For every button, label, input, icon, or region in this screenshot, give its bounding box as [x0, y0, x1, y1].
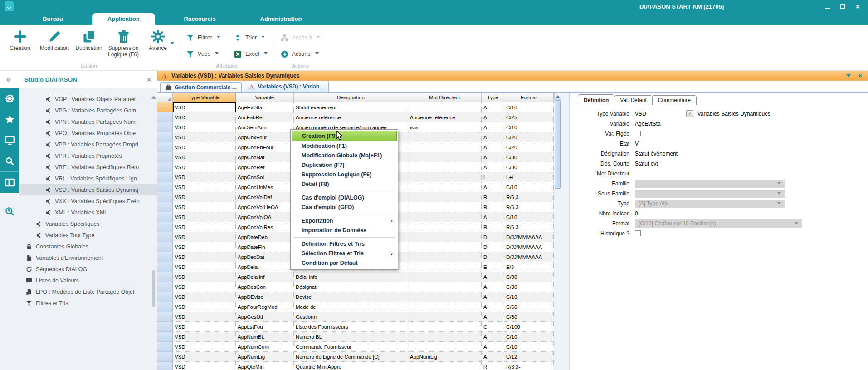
cell-format[interactable]: C/20 [504, 142, 554, 152]
cell-type-variable[interactable]: VSD [173, 302, 236, 312]
row-selector[interactable] [157, 172, 173, 182]
doc-tab-gestion-commerciale[interactable]: Gestion Commerciale ... [160, 82, 242, 92]
ribbon-button-modification[interactable]: Modification [37, 26, 72, 52]
cell-variable[interactable]: AppQteMin [236, 362, 294, 370]
dropdown-caret-icon[interactable] [264, 52, 268, 56]
tab-administration[interactable]: Administration [245, 13, 317, 25]
cell-mot-directeur[interactable] [408, 162, 482, 172]
cell-type-variable[interactable]: VSD [173, 232, 236, 242]
row-selector[interactable] [157, 142, 173, 152]
cell-variable[interactable]: AppConNat [236, 152, 294, 162]
sidebar-item-vpp[interactable]: VPP : Variables Partagées Propri [19, 139, 157, 150]
column-header-variable[interactable]: Variable [236, 92, 294, 102]
menu-item-modification-f1[interactable]: Modification (F1) [292, 141, 397, 151]
cell-type-variable[interactable]: VSD [173, 262, 236, 272]
cell-mot-directeur[interactable] [408, 222, 482, 232]
sidebar-item-variables-sp-cifiques[interactable]: Variables Spécifiques [19, 218, 157, 229]
cell-type-variable[interactable]: VSD [173, 342, 236, 352]
sidebar-item-xml[interactable]: XML : Variables XML [19, 207, 157, 218]
cell-type[interactable]: A [482, 352, 504, 362]
cell-type-variable[interactable]: VSD [173, 312, 236, 322]
cell-variable[interactable]: AppConRef [236, 162, 294, 172]
cell-variable[interactable]: AppLstFou [236, 322, 294, 332]
cell-mot-directeur[interactable] [408, 172, 482, 182]
maximize-icon[interactable] [840, 4, 846, 10]
collapse-sidebar-icon[interactable]: « [6, 75, 24, 84]
sidebar-item-vpo[interactable]: VPO : Variables Propriétés Obje [19, 127, 157, 139]
cell-type[interactable]: A [482, 332, 504, 342]
cell-type-variable[interactable]: VSD [173, 122, 236, 132]
menu-item-suppression-logique-f6[interactable]: Suppression Logique (F6) [292, 170, 397, 180]
menu-item-exportation[interactable]: Exportation› [292, 216, 397, 226]
cell-type-variable[interactable]: VSD [173, 212, 236, 222]
detail-tab-val-d-faut[interactable]: Val. Défaut [614, 95, 652, 105]
cell-mot-directeur[interactable] [408, 292, 482, 302]
cell-type-variable[interactable]: VSD [173, 362, 236, 370]
sidebar-item-s-quences-dialog[interactable]: Séquences DIALOG [19, 263, 157, 275]
sidebar-item-vpg[interactable]: VPG : Variables Partagées Gam [19, 105, 157, 116]
cell-variable[interactable]: AppChxFour [236, 132, 294, 142]
cell-format[interactable]: C/10 [504, 212, 554, 222]
cell-type-variable[interactable]: VSD [173, 102, 236, 112]
scrollbar-thumb[interactable] [152, 270, 155, 307]
menu-item-cas-d-emploi-dialog[interactable]: Cas d'emploi (DIALOG) [292, 193, 397, 203]
sidebar-item-vre[interactable]: VRE : Variables Spécifiques Reto [19, 161, 157, 173]
close-icon[interactable]: × [855, 4, 861, 10]
cell-format[interactable]: D/JJ/MM/AAAA [504, 232, 554, 242]
row-selector[interactable] [157, 242, 173, 252]
cell-type-variable[interactable]: VSD [173, 222, 236, 232]
cell-variable[interactable]: AppDEvise [236, 292, 294, 302]
cell-type[interactable]: A [482, 152, 504, 162]
cell-d-signation[interactable]: Statut évènement [294, 102, 408, 112]
cell-mot-directeur[interactable] [408, 142, 482, 152]
cell-type[interactable]: A [482, 272, 504, 282]
cell-type[interactable]: A [482, 182, 504, 192]
cell-mot-directeur[interactable] [408, 322, 482, 332]
cell-mot-directeur[interactable] [408, 212, 482, 222]
menu-item-s-lection-filtres-et-tris[interactable]: Sélection Filtres et Tris› [292, 249, 397, 258]
detail-tab-commentaire[interactable]: Commentaire [652, 95, 697, 105]
sidebar-close-icon[interactable]: × [147, 76, 151, 83]
cell-mot-directeur[interactable]: AppNumLig [408, 352, 482, 362]
cell-mot-directeur[interactable] [408, 302, 482, 312]
panel-splitter[interactable] [561, 92, 570, 370]
cell-variable[interactable]: AppConVolDef [236, 192, 294, 202]
row-selector[interactable] [157, 192, 173, 202]
cell-d-signation[interactable]: Délai info [294, 272, 408, 282]
row-selector[interactable] [157, 312, 173, 322]
cell-variable[interactable]: AppDesCon [236, 282, 294, 292]
row-selector[interactable] [157, 292, 173, 302]
cell-type-variable[interactable]: VSD [173, 292, 236, 302]
cell-format[interactable]: C/25 [504, 112, 554, 122]
sidebar-item-variables-tout-type[interactable]: Variables Tout Type [19, 229, 157, 241]
cell-format[interactable]: C/10 [504, 332, 554, 342]
cell-format[interactable]: C/30 [504, 282, 554, 292]
cell-variable[interactable]: AppDateDeb [236, 232, 294, 242]
cell-format[interactable]: E/3 [504, 262, 554, 272]
cell-format[interactable]: C/10 [504, 122, 554, 132]
cell-variable[interactable]: AgeEvtSta [236, 102, 294, 112]
cell-type[interactable]: A [482, 292, 504, 302]
row-selector[interactable] [157, 162, 173, 172]
cell-mot-directeur[interactable] [408, 232, 482, 242]
sidebar-tree-scrollbar[interactable] [151, 93, 156, 370]
row-selector[interactable] [157, 362, 173, 370]
cell-type[interactable]: A [482, 132, 504, 142]
app-logo-icon[interactable] [5, 1, 14, 11]
checkbox-historique[interactable] [635, 230, 641, 236]
menu-item-d-tail-f8[interactable]: Détail (F8) [292, 180, 397, 189]
row-selector[interactable] [157, 132, 173, 142]
cell-type-variable[interactable]: VSD [173, 172, 236, 182]
row-selector[interactable] [157, 282, 173, 292]
cell-mot-directeur[interactable] [408, 152, 482, 162]
ribbon-button-filtrer[interactable]: Filtrer [186, 34, 220, 42]
cell-type-variable[interactable]: VSD [173, 352, 236, 362]
scroll-up-button[interactable] [554, 92, 561, 100]
cell-format[interactable]: R/6,3- [504, 362, 554, 370]
rail-monitor-button[interactable] [0, 130, 19, 151]
cell-mot-directeur[interactable] [408, 242, 482, 252]
cell-format[interactable]: D/JJ/MM/AAAA [504, 252, 554, 262]
cell-variable[interactable]: AppConUnMes [236, 182, 294, 192]
cell-d-signation[interactable]: Mode de [294, 302, 408, 312]
cell-type-variable[interactable]: VSD [173, 112, 236, 122]
